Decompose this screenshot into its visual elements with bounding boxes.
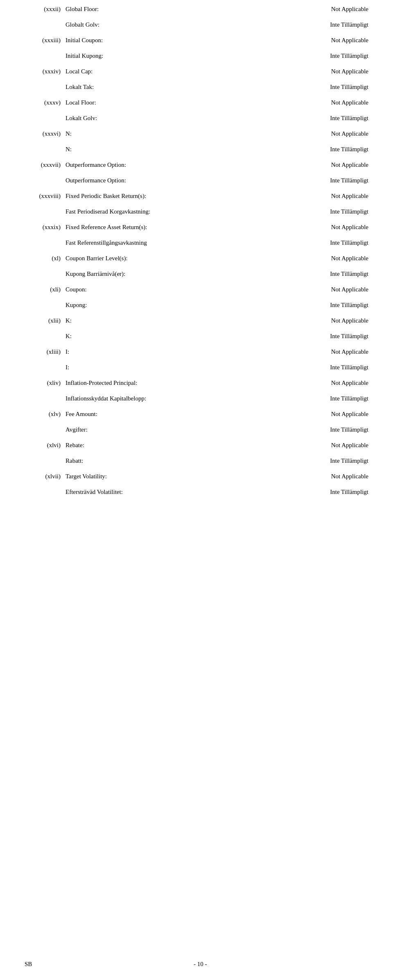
table-row: (xlv)Fee Amount:Not Applicable <box>25 409 368 425</box>
table-row: N:Inte Tillämpligt <box>25 144 368 160</box>
row-label: Outperformance Option: <box>66 177 282 184</box>
row-label: K: <box>66 333 282 340</box>
row-value: Inte Tillämpligt <box>282 84 368 91</box>
row-label: Eftersträväd Volatilitet: <box>66 489 282 496</box>
row-value: Not Applicable <box>282 99 368 106</box>
row-label: Coupon Barrier Level(s): <box>66 255 282 262</box>
row-index: (xxxii) <box>25 6 66 13</box>
table-row: Globalt Golv:Inte Tillämpligt <box>25 20 368 35</box>
row-value: Not Applicable <box>282 130 368 137</box>
row-label: Fast Periodiserad Korgavkastning: <box>66 208 282 215</box>
row-label: N: <box>66 146 282 153</box>
row-index: (xlii) <box>25 317 66 324</box>
row-value: Inte Tillämpligt <box>282 271 368 277</box>
table-row: Kupong:Inte Tillämpligt <box>25 300 368 316</box>
row-value: Not Applicable <box>282 380 368 387</box>
row-label: Global Floor: <box>66 6 282 13</box>
row-value: Inte Tillämpligt <box>282 146 368 153</box>
row-value: Inte Tillämpligt <box>282 21 368 28</box>
row-label: Local Cap: <box>66 68 282 75</box>
row-label: Fee Amount: <box>66 411 282 418</box>
row-value: Inte Tillämpligt <box>282 177 368 184</box>
table-row: Lokalt Tak:Inte Tillämpligt <box>25 82 368 98</box>
row-value: Not Applicable <box>282 161 368 168</box>
table-row: Initial Kupong:Inte Tillämpligt <box>25 51 368 66</box>
row-label: Fast Referenstillgångsavkastning <box>66 239 282 246</box>
footer-center: - 10 - <box>194 961 207 968</box>
row-index: (xl) <box>25 255 66 262</box>
row-index: (xliii) <box>25 348 66 355</box>
table-row: Inflationsskyddat Kapitalbelopp:Inte Til… <box>25 393 368 409</box>
row-index: (xlv) <box>25 411 66 418</box>
row-value: Inte Tillämpligt <box>282 333 368 340</box>
row-value: Not Applicable <box>282 442 368 449</box>
row-label: I: <box>66 348 282 355</box>
table-row: (xxxiv)Local Cap:Not Applicable <box>25 66 368 82</box>
row-label: Inflation-Protected Principal: <box>66 380 282 387</box>
table-row: I:Inte Tillämpligt <box>25 362 368 378</box>
table-row: Eftersträväd Volatilitet:Inte Tillämplig… <box>25 487 368 503</box>
table-row: (xlii)K:Not Applicable <box>25 316 368 331</box>
row-index: (xxxiv) <box>25 68 66 75</box>
table-row: (xliv)Inflation-Protected Principal:Not … <box>25 378 368 393</box>
row-value: Not Applicable <box>282 224 368 231</box>
row-index: (xxxix) <box>25 224 66 231</box>
page-footer: SB - 10 - <box>0 961 393 968</box>
table-row: (xlvi)Rebate:Not Applicable <box>25 440 368 456</box>
row-label: Target Volatility: <box>66 473 282 480</box>
table-row: (xxxix)Fixed Reference Asset Return(s):N… <box>25 222 368 238</box>
table-row: Rabatt:Inte Tillämpligt <box>25 456 368 471</box>
table-row: (xxxii)Global Floor:Not Applicable <box>25 4 368 20</box>
row-label: Avgifter: <box>66 426 282 433</box>
row-value: Not Applicable <box>282 411 368 418</box>
row-index: (xxxviii) <box>25 193 66 200</box>
row-label: Globalt Golv: <box>66 21 282 28</box>
table-row: (xl)Coupon Barrier Level(s):Not Applicab… <box>25 253 368 269</box>
row-value: Not Applicable <box>282 6 368 13</box>
row-value: Not Applicable <box>282 286 368 293</box>
table-row: (xxxiii)Initial Coupon:Not Applicable <box>25 35 368 51</box>
row-index: (xxxvii) <box>25 161 66 168</box>
row-value: Inte Tillämpligt <box>282 426 368 433</box>
row-value: Inte Tillämpligt <box>282 395 368 402</box>
row-label: Coupon: <box>66 286 282 293</box>
table-row: (xxxvi)N:Not Applicable <box>25 129 368 144</box>
rows-container: (xxxii)Global Floor:Not ApplicableGlobal… <box>25 4 368 503</box>
table-row: Avgifter:Inte Tillämpligt <box>25 425 368 440</box>
row-value: Not Applicable <box>282 68 368 75</box>
row-index: (xlvii) <box>25 473 66 480</box>
row-value: Inte Tillämpligt <box>282 52 368 59</box>
row-label: Lokalt Golv: <box>66 115 282 122</box>
row-label: Rabatt: <box>66 457 282 464</box>
row-label: Local Floor: <box>66 99 282 106</box>
row-index: (xxxv) <box>25 99 66 106</box>
row-label: Fixed Reference Asset Return(s): <box>66 224 282 231</box>
row-label: Initial Kupong: <box>66 52 282 59</box>
row-index: (xxxiii) <box>25 37 66 44</box>
row-value: Inte Tillämpligt <box>282 115 368 122</box>
table-row: (xliii)I:Not Applicable <box>25 347 368 362</box>
row-value: Not Applicable <box>282 193 368 200</box>
row-label: Kupong Barriärnivå(er): <box>66 271 282 277</box>
row-label: Initial Coupon: <box>66 37 282 44</box>
table-row: Kupong Barriärnivå(er):Inte Tillämpligt <box>25 269 368 284</box>
table-row: (xlvii)Target Volatility:Not Applicable <box>25 471 368 487</box>
row-label: Lokalt Tak: <box>66 84 282 91</box>
row-index: (xli) <box>25 286 66 293</box>
row-label: Rebate: <box>66 442 282 449</box>
row-label: K: <box>66 317 282 324</box>
row-index: (xxxvi) <box>25 130 66 137</box>
page-content: (xxxii)Global Floor:Not ApplicableGlobal… <box>0 0 393 535</box>
row-label: Inflationsskyddat Kapitalbelopp: <box>66 395 282 402</box>
table-row: (xxxv)Local Floor:Not Applicable <box>25 98 368 113</box>
table-row: Fast ReferenstillgångsavkastningInte Til… <box>25 238 368 253</box>
footer-left: SB <box>25 961 32 968</box>
row-index: (xliv) <box>25 380 66 387</box>
table-row: (xxxvii)Outperformance Option:Not Applic… <box>25 160 368 175</box>
row-value: Not Applicable <box>282 317 368 324</box>
row-value: Inte Tillämpligt <box>282 364 368 371</box>
table-row: Outperformance Option:Inte Tillämpligt <box>25 175 368 191</box>
row-value: Inte Tillämpligt <box>282 489 368 496</box>
table-row: (xxxviii)Fixed Periodic Basket Return(s)… <box>25 191 368 207</box>
row-value: Inte Tillämpligt <box>282 302 368 309</box>
